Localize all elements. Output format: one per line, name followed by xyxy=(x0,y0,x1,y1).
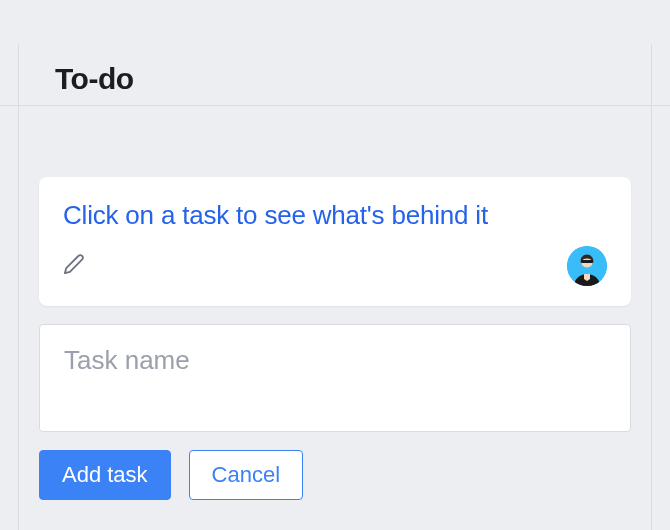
task-card[interactable]: Click on a task to see what's behind it xyxy=(39,177,631,306)
task-title: Click on a task to see what's behind it xyxy=(63,199,607,232)
new-task-card xyxy=(39,324,631,432)
task-name-input[interactable] xyxy=(64,345,606,376)
todo-column: To-do Click on a task to see what's behi… xyxy=(18,44,652,530)
button-row: Add task Cancel xyxy=(39,450,631,501)
avatar[interactable] xyxy=(567,246,607,286)
svg-rect-2 xyxy=(581,260,593,263)
add-task-button[interactable]: Add task xyxy=(39,450,171,501)
edit-icon[interactable] xyxy=(63,253,85,279)
column-content: Click on a task to see what's behind it xyxy=(19,96,651,500)
cancel-button[interactable]: Cancel xyxy=(189,450,303,501)
task-meta-row xyxy=(63,246,607,286)
column-title: To-do xyxy=(19,44,651,96)
